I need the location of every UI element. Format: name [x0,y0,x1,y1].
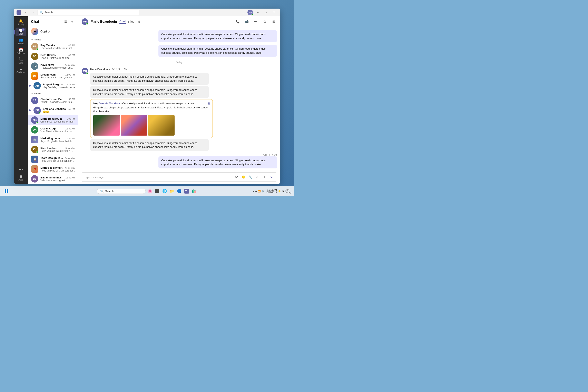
chat-panel-title: Chat [31,20,39,24]
sidebar-item-activity[interactable]: 🔔 Activity [16,18,26,27]
cloud-icon[interactable]: ☁ [255,190,257,192]
list-item[interactable]: BD Beth Davies 1:43 PM Thanks, that woul… [28,52,78,61]
sidebar-item-onedrive[interactable]: ☁ OneDrive [16,66,26,75]
attach-button[interactable]: 📎 [248,174,253,180]
sidebar-activity-label: Activity [18,23,24,26]
add-more-button[interactable]: + [262,174,267,180]
list-item[interactable]: AB August Bergman 11:18 AM Hey Daniela, … [28,81,78,91]
avatar: KM [31,62,38,70]
recent-section-label[interactable]: ▼ Recent [28,91,78,96]
new-chat-button[interactable]: ✎ [69,19,75,24]
more-options-button[interactable]: ••• [252,18,259,25]
list-item[interactable]: KL Kian Lambert Yesterday Have you run t… [28,144,78,154]
user-online-status [252,14,253,15]
notification-bell-icon[interactable]: 🔔 [278,190,281,192]
list-item[interactable]: MB Marie Beaudouin 1:00 PM Ohhh I see, y… [28,115,78,125]
list-item[interactable]: CB Charlotte and Babak 1:58 PM Babak: I … [28,96,78,105]
taskbar-files-icon[interactable]: 📁 [169,188,175,194]
sidebar-item-calls[interactable]: 📞 Calls [16,56,26,65]
tab-chat[interactable]: Chat [120,20,126,24]
taskbar-teams-icon[interactable]: T [183,188,190,194]
image-thumbnail[interactable] [121,115,147,136]
avatar: MB [82,68,88,74]
wifi-icon[interactable]: 📶 [258,190,261,192]
image-thumbnail[interactable] [93,115,120,136]
avatar: BS [31,175,38,182]
sidebar-calendar-label: Calendar [17,52,25,54]
pinned-section-label[interactable]: ▼ Pinned [28,37,78,42]
list-item[interactable]: 🏢 Marketing team sync 10:43 AM Kayo: So … [28,135,78,144]
avatar: CB [31,97,38,104]
sidebar-onedrive-label: OneDrive [16,71,25,74]
back-button[interactable]: ‹ [23,10,28,15]
sidebar-more-button[interactable]: ••• [16,166,26,172]
list-item[interactable]: OK Oscar Krogh 11:02 AM You: Thanks! Hav… [28,125,78,135]
forward-button[interactable]: › [30,10,36,15]
chevron-icon[interactable]: ∧ [252,190,254,192]
message-bubble: Cupcake ipsum dolor sit amet muffin sesa… [158,156,277,168]
sidebar-toggle-button[interactable]: ⊞ [270,18,277,25]
list-item[interactable]: 🎁 Marie's B-day gift Yesterday I was thi… [28,164,78,174]
list-item[interactable]: RT Ray Tanaka 1:47 PM Louisa will send t… [28,42,78,52]
sidebar-item-calendar[interactable]: 📅 Calendar [16,47,26,56]
tab-files[interactable]: Files [128,20,134,23]
teams-logo-icon: T [16,10,21,15]
taskbar-search-icon: 🔍 [100,190,104,193]
sent-message-group: 5/12, 9:15 AM Cupcake ipsum dolor sit am… [82,154,277,170]
list-item[interactable]: EC Emiliano Ceballos 1:55 PM 😊😊 [28,105,78,115]
taskbar-browser-icon[interactable]: 🌐 [161,188,168,194]
sidebar-item-apps[interactable]: ⊞ Apps [16,173,26,182]
message-input[interactable]: Type a message [84,176,232,179]
title-bar: T ‹ › 🔍 Search ... MB ─ □ ✕ [14,8,280,16]
main-content: 🔔 Activity 💬 Chat 2 👥 Teams 📅 Calendar 📞… [14,16,280,184]
filter-button[interactable]: ☰ [63,19,68,24]
gif-button[interactable]: ⊙ [254,174,260,180]
format-button[interactable]: Aa [234,174,240,180]
sidebar-item-teams[interactable]: 👥 Teams [16,37,26,46]
taskbar-terminal-icon[interactable]: ⬛ [154,188,160,194]
date: 10/22/2024 [266,191,277,194]
volume-icon[interactable]: 🔊 [262,190,264,192]
unread-indicator [29,110,30,111]
message-input-box[interactable]: Type a message Aa 🙂 📎 ⊙ + ➤ [82,172,277,182]
left-sidebar: 🔔 Activity 💬 Chat 2 👥 Teams 📅 Calendar 📞… [14,16,28,184]
audio-call-button[interactable]: 📞 [234,18,241,25]
taskbar-store-icon[interactable]: 🛍️ [191,188,197,194]
close-button[interactable]: ✕ [270,10,278,15]
at-mention-icon: @ [208,101,210,105]
taskbar-edge-icon[interactable]: 🔵 [176,188,182,194]
teams-icon: 👥 [18,38,23,42]
maximize-button[interactable]: □ [262,10,270,15]
taskbar-left [2,187,10,195]
taskbar-search[interactable]: 🔍 Search [97,189,146,194]
image-thumbnail[interactable] [148,115,174,136]
message-input-area: Type a message Aa 🙂 📎 ⊙ + ➤ [78,170,280,184]
contact-avatar: MB [82,18,88,25]
avatar: MB [31,116,38,124]
minimize-button[interactable]: ─ [254,10,261,15]
list-item[interactable]: BS Babak Shammas 11:32 AM Yah, that soun… [28,174,78,184]
online-status-dot [36,48,38,50]
send-button[interactable]: ➤ [268,174,274,180]
calendar-icon: 📅 [18,48,23,52]
start-button[interactable] [2,187,10,195]
sidebar-item-chat[interactable]: 💬 Chat 2 [16,28,26,36]
messages-container: Cupcake ipsum dolor sit amet muffin sesa… [78,27,280,170]
user-avatar[interactable]: MB [248,10,253,15]
chat-header: Chat ☰ ✎ [28,16,78,26]
more-options-button[interactable]: ... [239,10,247,15]
reactions-bar: 👍 9 ❤️ 8 😂 7 [248,168,277,170]
search-bar[interactable]: 🔍 Search [38,10,139,15]
avatar: EC [34,106,41,114]
list-item[interactable]: 📋 Team Design Template Yesterday Reta: L… [28,154,78,164]
list-item[interactable]: KM Kayo Miwa Yesterday I reviewed with t… [28,61,78,71]
add-tab-button[interactable]: ⊕ [137,19,142,24]
image-grid [93,115,210,136]
message-bubble: Cupcake ipsum dolor sit amet muffin sesa… [158,45,277,57]
copilot-item[interactable]: ✦ Copilot [28,26,78,37]
pop-out-button[interactable]: ⧉ [261,18,268,25]
video-call-button[interactable]: 📹 [243,18,250,25]
taskbar-flower-icon[interactable]: 🌸 [146,188,153,194]
list-item[interactable]: DT Dream team 12:00 PM Erika: Happy to h… [28,71,78,81]
emoji-button[interactable]: 🙂 [241,174,246,180]
